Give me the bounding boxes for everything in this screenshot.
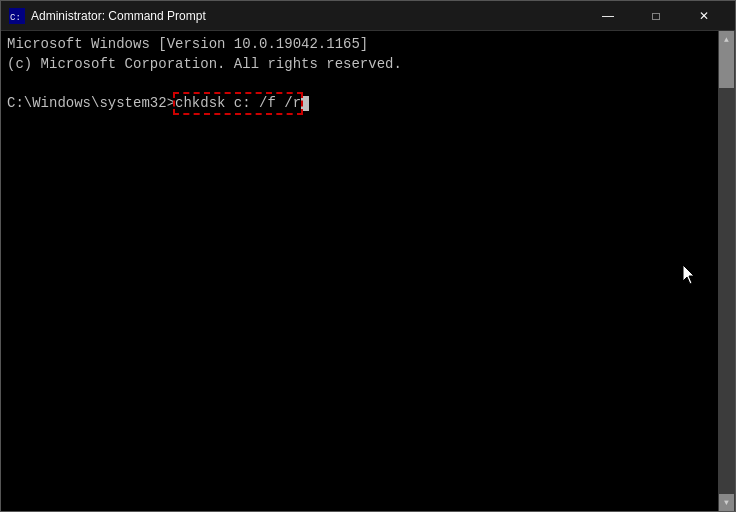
maximize-button[interactable]: □: [633, 1, 679, 31]
text-cursor: [301, 96, 309, 111]
cmd-icon: C:: [9, 8, 25, 24]
cmd-window: C: Administrator: Command Prompt — □ ✕ M…: [0, 0, 736, 512]
scrollbar-thumb[interactable]: [719, 48, 734, 88]
window-title: Administrator: Command Prompt: [31, 9, 206, 23]
output-line-3: [7, 74, 712, 94]
console-content: Microsoft Windows [Version 10.0.19042.11…: [1, 31, 718, 511]
console-area[interactable]: Microsoft Windows [Version 10.0.19042.11…: [1, 31, 735, 511]
prompt-line: C:\Windows\system32> chkdsk c: /f /r: [7, 94, 712, 114]
scrollbar[interactable]: ▲ ▼: [718, 31, 735, 511]
scroll-up-button[interactable]: ▲: [719, 31, 734, 48]
title-bar-left: C: Administrator: Command Prompt: [9, 8, 206, 24]
minimize-button[interactable]: —: [585, 1, 631, 31]
close-button[interactable]: ✕: [681, 1, 727, 31]
svg-text:C:: C:: [10, 13, 21, 23]
title-bar: C: Administrator: Command Prompt — □ ✕: [1, 1, 735, 31]
output-line-1: Microsoft Windows [Version 10.0.19042.11…: [7, 35, 712, 55]
command-text: chkdsk c: /f /r: [175, 95, 301, 111]
window-controls: — □ ✕: [585, 1, 727, 31]
scrollbar-track: [718, 48, 735, 494]
output-line-2: (c) Microsoft Corporation. All rights re…: [7, 55, 712, 75]
command-container: chkdsk c: /f /r: [175, 94, 301, 114]
scroll-down-button[interactable]: ▼: [719, 494, 734, 511]
prompt-text: C:\Windows\system32>: [7, 94, 175, 114]
